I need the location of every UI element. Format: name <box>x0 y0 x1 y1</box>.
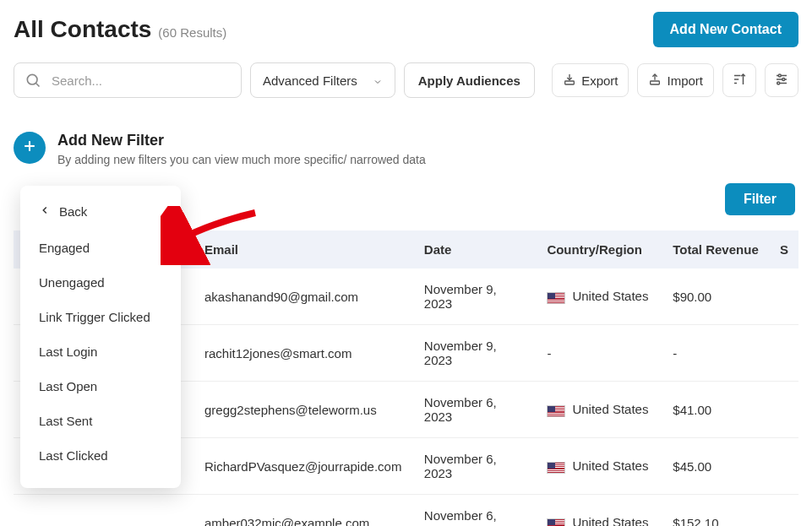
dropdown-item-last-open[interactable]: Last Open <box>20 369 181 404</box>
us-flag-icon <box>547 462 565 474</box>
us-flag-icon <box>547 292 565 304</box>
cell-date: November 9, 2023 <box>414 325 537 382</box>
export-label: Export <box>581 73 618 88</box>
add-filter-button[interactable] <box>14 132 46 164</box>
cell-date: November 6, 2023 <box>414 495 537 527</box>
dropdown-item-engaged[interactable]: Engaged <box>20 230 181 265</box>
svg-point-0 <box>27 74 37 84</box>
th-date[interactable]: Date <box>414 230 537 268</box>
result-count: (60 Results) <box>158 25 226 40</box>
cell-country: United States <box>537 438 662 495</box>
search-input[interactable] <box>50 73 231 89</box>
table-row[interactable]: amber032mic@example.comNovember 6, 2023U… <box>14 495 798 527</box>
page-title: All Contacts <box>14 16 151 43</box>
svg-point-8 <box>782 78 785 80</box>
add-filter-title: Add New Filter <box>57 132 426 149</box>
th-country[interactable]: Country/Region <box>537 230 662 268</box>
th-extra[interactable]: S <box>770 230 798 268</box>
cell-country: United States <box>537 268 662 325</box>
dropdown-item-last-sent[interactable]: Last Sent <box>20 404 181 438</box>
cell-email: gregg2stephens@teleworm.us <box>194 382 414 438</box>
dropdown-back-label: Back <box>59 204 87 219</box>
svg-rect-2 <box>565 81 575 84</box>
svg-point-7 <box>778 74 781 77</box>
dropdown-item-unengaged[interactable]: Unengaged <box>20 265 181 300</box>
chevron-down-icon <box>373 75 383 85</box>
cell-country: - <box>537 325 662 382</box>
us-flag-icon <box>547 405 565 417</box>
svg-point-9 <box>777 82 780 84</box>
svg-line-1 <box>36 84 40 87</box>
sliders-icon <box>774 72 789 89</box>
th-email[interactable]: Email <box>194 230 414 268</box>
dropdown-item-link-trigger-clicked[interactable]: Link Trigger Clicked <box>20 300 181 334</box>
cell-revenue: $90.00 <box>662 268 770 325</box>
cell-email: akashanand90@gmail.com <box>194 268 414 325</box>
export-button[interactable]: Export <box>552 63 629 97</box>
cell-revenue: $41.00 <box>662 382 770 438</box>
sort-icon <box>732 72 747 89</box>
dropdown-back[interactable]: Back <box>20 199 181 230</box>
cell-date: November 6, 2023 <box>414 382 537 438</box>
dropdown-item-last-clicked[interactable]: Last Clicked <box>20 438 181 473</box>
cell-email: RichardPVasquez@jourrapide.com <box>194 438 414 495</box>
cell-date: November 9, 2023 <box>414 268 537 325</box>
import-label: Import <box>667 73 703 88</box>
svg-rect-3 <box>651 81 660 84</box>
settings-button[interactable] <box>765 63 798 97</box>
filter-dropdown: Back EngagedUnengagedLink Trigger Clicke… <box>20 186 181 488</box>
export-icon <box>563 73 576 89</box>
filter-button[interactable]: Filter <box>725 183 795 215</box>
search-icon <box>25 72 41 89</box>
cell-country: United States <box>537 382 662 438</box>
advanced-filters-dropdown[interactable]: Advanced Filters <box>250 62 395 98</box>
cell-revenue: $152.10 <box>662 495 770 527</box>
apply-audiences-button[interactable]: Apply Audiences <box>404 62 535 98</box>
cell-country: United States <box>537 495 662 527</box>
cell-email: amber032mic@example.com <box>194 495 414 527</box>
us-flag-icon <box>547 518 565 526</box>
cell-revenue: $45.00 <box>662 438 770 495</box>
th-revenue[interactable]: Total Revenue <box>662 230 770 268</box>
chevron-left-icon <box>39 204 51 219</box>
import-button[interactable]: Import <box>637 63 714 97</box>
cell-revenue: - <box>662 325 770 382</box>
cell-date: November 6, 2023 <box>414 438 537 495</box>
import-icon <box>648 73 662 89</box>
search-input-wrap[interactable] <box>14 62 242 98</box>
add-filter-subtitle: By adding new filters you can view much … <box>57 153 426 166</box>
add-new-contact-button[interactable]: Add New Contact <box>653 12 798 47</box>
plus-icon <box>21 138 38 158</box>
advanced-filters-label: Advanced Filters <box>263 73 357 88</box>
dropdown-item-last-login[interactable]: Last Login <box>20 334 181 369</box>
sort-button[interactable] <box>722 63 756 97</box>
cell-email: rachit12jones@smart.com <box>194 325 414 382</box>
